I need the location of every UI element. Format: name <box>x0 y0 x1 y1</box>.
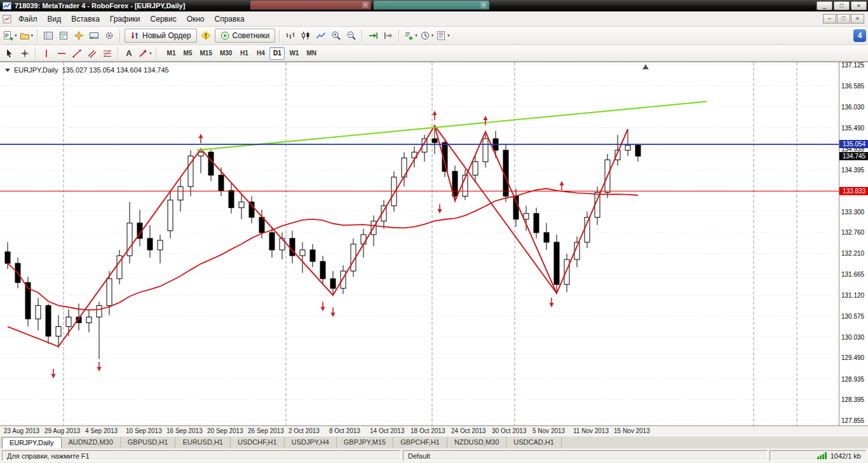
minimize-button[interactable]: _ <box>817 1 832 10</box>
date-axis-label: 10 Sep 2013 <box>126 427 162 434</box>
zoom-in-button[interactable] <box>329 29 343 43</box>
profiles-button[interactable]: ▾ <box>19 29 34 43</box>
close-icon[interactable]: × <box>362 2 369 8</box>
restore-button[interactable]: □ <box>834 1 850 10</box>
chart-tab[interactable]: USDCHF,H1 <box>231 437 285 448</box>
strategy-tester-button[interactable] <box>102 29 116 43</box>
zoom-out-button[interactable] <box>344 29 358 43</box>
new-order-button[interactable]: Новый Ордер <box>125 29 196 43</box>
chart-tab[interactable]: EURJPY,Daily <box>2 437 62 448</box>
price-scale-label: 136.030 <box>841 104 864 111</box>
price-scale-label: 131.665 <box>841 271 864 278</box>
market-watch-button[interactable] <box>41 29 55 43</box>
price-scale-label: 127.855 <box>841 417 864 424</box>
channel-tool-button[interactable] <box>85 46 99 60</box>
date-axis-label: 23 Aug 2013 <box>4 427 39 434</box>
periods-button[interactable]: ▾ <box>419 29 435 43</box>
date-axis-label: 16 Sep 2013 <box>166 427 203 434</box>
terminal-button[interactable] <box>87 29 101 43</box>
bid-price-badge: 135.054 <box>839 140 868 148</box>
timeframe-m30-button[interactable]: M30 <box>217 47 235 60</box>
timeframe-h4-button[interactable]: H4 <box>253 47 268 60</box>
chart-tab[interactable]: GBPUSD,H1 <box>121 437 176 448</box>
close-icon[interactable]: × <box>480 2 487 8</box>
menu-item-4[interactable]: Сервис <box>146 13 182 25</box>
chart-shift-button[interactable] <box>381 29 395 43</box>
mdi-minimize-button[interactable]: – <box>823 14 836 24</box>
arrows-tool-button[interactable]: ▾ <box>137 46 153 60</box>
timeframe-m15-button[interactable]: M15 <box>197 47 215 60</box>
title-bar[interactable]: 718039: MetaTrader 4 - RoboForex - [EURJ… <box>0 0 868 11</box>
data-window-button[interactable] <box>57 29 71 43</box>
chart-tab[interactable]: USDJPY,H4 <box>285 437 337 448</box>
chart-symbol-period: EURJPY,Daily <box>14 66 58 74</box>
chart-canvas[interactable] <box>0 62 839 425</box>
chevron-down-icon: ▾ <box>447 33 450 38</box>
chart-tabs-bar: EURJPY,DailyAUDNZD,M30GBPUSD,H1EURUSD,H1… <box>0 436 868 448</box>
mdi-restore-button[interactable]: □ <box>837 14 850 24</box>
last-price-badge: 134.745 <box>839 152 868 160</box>
chevron-down-icon: ▾ <box>149 51 152 56</box>
navigator-button[interactable] <box>72 29 86 43</box>
bar-chart-button[interactable] <box>283 29 297 43</box>
menu-item-3[interactable]: Графики <box>105 13 146 25</box>
chart-area[interactable]: EURJPY,Daily 135.027 135.054 134.604 134… <box>0 62 868 425</box>
ohlc-label: EURJPY,Daily 135.027 135.054 134.604 134… <box>5 66 169 74</box>
date-axis[interactable]: 23 Aug 201329 Aug 20134 Sep 201310 Sep 2… <box>0 425 868 436</box>
timeframe-h1-button[interactable]: H1 <box>236 47 252 60</box>
auto-scroll-icon <box>368 31 378 41</box>
timeframe-w1-button[interactable]: W1 <box>286 47 302 60</box>
fibonacci-tool-button[interactable] <box>100 46 114 60</box>
line-chart-icon <box>316 31 326 41</box>
timeframe-toolbar: M1M5M15M30H1H4D1W1MN <box>163 47 320 60</box>
price-scale-label: 132.210 <box>841 250 864 257</box>
chart-tab[interactable]: AUDNZD,M30 <box>62 437 121 448</box>
date-axis-label: 4 Sep 2013 <box>85 427 118 434</box>
date-axis-label: 24 Oct 2013 <box>451 427 485 434</box>
menu-item-6[interactable]: Справка <box>210 13 250 25</box>
expert-advisors-button[interactable]: Советники <box>215 29 276 43</box>
timeframe-m1-button[interactable]: M1 <box>164 47 179 60</box>
chart-tab[interactable]: NZDUSD,M30 <box>447 437 506 448</box>
auto-scroll-button[interactable] <box>366 29 380 43</box>
mdi-close-button[interactable]: × <box>851 14 864 24</box>
indicators-button[interactable]: ▾ <box>403 29 418 43</box>
zoom-in-icon <box>331 31 341 41</box>
crosshair-tool-button[interactable] <box>18 46 32 60</box>
bar-chart-icon <box>285 31 295 41</box>
menu-item-5[interactable]: Окно <box>182 13 210 25</box>
timeframe-d1-button[interactable]: D1 <box>269 47 285 60</box>
templates-button[interactable]: ▾ <box>435 29 451 43</box>
metaeditor-button[interactable] <box>199 29 213 43</box>
chart-shift-icon <box>383 31 393 41</box>
menu-item-1[interactable]: Вид <box>43 13 67 25</box>
vertical-line-tool-button[interactable] <box>39 46 53 60</box>
chart-tab[interactable]: GBPCHF,H1 <box>393 437 447 448</box>
trendline-tool-button[interactable] <box>70 46 84 60</box>
background-tab-1[interactable]: × <box>250 1 371 10</box>
chart-tab[interactable]: EURUSD,H1 <box>175 437 231 448</box>
menu-item-0[interactable]: Файл <box>13 13 43 25</box>
timeframe-mn-button[interactable]: MN <box>303 47 320 60</box>
chart-tab[interactable]: GBPJPY,M15 <box>337 437 393 448</box>
price-scale[interactable]: 137.125136.585136.030135.490134.935134.3… <box>839 62 868 425</box>
chevron-down-icon[interactable] <box>5 69 10 72</box>
chart-tab[interactable]: USDCAD,H1 <box>506 437 562 448</box>
horizontal-line-tool-button[interactable] <box>55 46 69 60</box>
status-connection-panel[interactable]: 1042/1 kb <box>770 450 866 461</box>
menu-item-2[interactable]: Вставка <box>66 13 105 25</box>
text-tool-button[interactable]: A <box>122 46 136 60</box>
timeframe-m5-button[interactable]: M5 <box>180 47 196 60</box>
profiles-folder-icon <box>20 31 30 41</box>
status-profile-panel[interactable]: Default <box>403 450 768 461</box>
line-chart-button[interactable] <box>314 29 328 43</box>
cursor-tool-button[interactable] <box>3 46 17 60</box>
date-axis-label: 26 Sep 2013 <box>248 427 284 434</box>
new-chart-button[interactable]: ▾ <box>3 29 18 43</box>
mt4-logo-badge[interactable]: 4 <box>853 29 866 42</box>
chevron-down-icon: ▾ <box>31 33 34 38</box>
close-button[interactable]: × <box>851 1 867 10</box>
price-scale-label: 128.935 <box>841 376 864 383</box>
background-tab-2[interactable]: × <box>374 1 489 10</box>
candlestick-chart-button[interactable] <box>299 29 313 43</box>
